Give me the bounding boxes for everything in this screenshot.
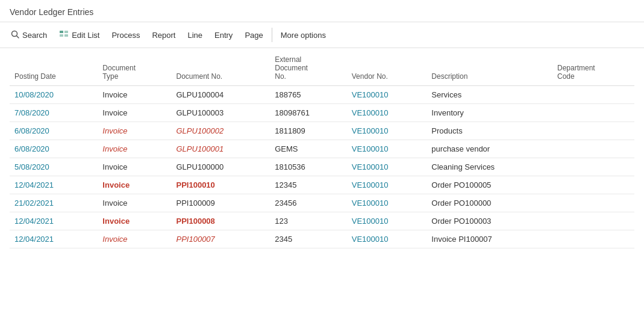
vendor-no-link[interactable]: VE100010 [352,180,389,189]
col-header-external-document-no: ExternalDocumentNo. [270,53,347,86]
search-button[interactable]: Search [5,22,53,48]
cell-department-code [552,230,634,248]
cell-vendor-no[interactable]: VE100010 [347,86,427,104]
cell-external-document-no: 2345 [270,230,347,248]
table-row[interactable]: 6/08/2020InvoiceGLPU100001GEMSVE100010pu… [10,140,634,158]
cell-external-document-no: GEMS [270,140,347,158]
col-header-department-code: DepartmentCode [552,53,634,86]
cell-vendor-no[interactable]: VE100010 [347,230,427,248]
vendor-no-link[interactable]: VE100010 [352,126,389,135]
cell-document-no: PPI100008 [171,212,270,230]
cell-vendor-no[interactable]: VE100010 [347,140,427,158]
cell-vendor-no[interactable]: VE100010 [347,212,427,230]
posting-date-link[interactable]: 12/04/2021 [14,217,54,226]
table-row[interactable]: 7/08/2020InvoiceGLPU10000318098761VE1000… [10,104,634,122]
more-options-label: More options [281,31,326,40]
table-row[interactable]: 21/02/2021InvoicePPI10000923456VE100010O… [10,194,634,212]
cell-vendor-no[interactable]: VE100010 [347,194,427,212]
cell-department-code [552,194,634,212]
edit-list-button[interactable]: Edit List [53,22,105,48]
process-button[interactable]: Process [105,22,146,48]
cell-posting-date[interactable]: 12/04/2021 [10,230,98,248]
vendor-no-link[interactable]: VE100010 [352,217,389,226]
cell-document-type: Invoice [98,212,171,230]
cell-vendor-no[interactable]: VE100010 [347,104,427,122]
col-header-document-type: DocumentType [98,53,171,86]
toolbar: Search Edit List Process Report Line Ent… [0,22,644,48]
more-options-button[interactable]: More options [275,22,332,48]
cell-posting-date[interactable]: 5/08/2020 [10,158,98,176]
cell-description: Cleaning Services [427,158,552,176]
page-button[interactable]: Page [239,22,269,48]
cell-document-type: Invoice [98,194,171,212]
cell-external-document-no: 188765 [270,86,347,104]
col-header-document-no: Document No. [171,53,270,86]
col-header-vendor-no: Vendor No. [347,53,427,86]
cell-document-type: Invoice [98,140,171,158]
posting-date-link[interactable]: 7/08/2020 [14,108,49,117]
vendor-no-link[interactable]: VE100010 [352,162,389,171]
cell-vendor-no[interactable]: VE100010 [347,158,427,176]
table-row[interactable]: 5/08/2020InvoiceGLPU1000001810536VE10001… [10,158,634,176]
cell-posting-date[interactable]: 6/08/2020 [10,122,98,140]
search-label: Search [22,31,47,40]
line-button[interactable]: Line [181,22,208,48]
table-row[interactable]: 12/04/2021InvoicePPI1000072345VE100010In… [10,230,634,248]
vendor-no-link[interactable]: VE100010 [352,144,389,153]
cell-document-no: GLPU100003 [171,104,270,122]
cell-posting-date[interactable]: 7/08/2020 [10,104,98,122]
cell-document-type: Invoice [98,122,171,140]
posting-date-link[interactable]: 10/08/2020 [14,90,54,99]
cell-department-code [552,176,634,194]
table-row[interactable]: 10/08/2020InvoiceGLPU100004188765VE10001… [10,86,634,104]
table-row[interactable]: 12/04/2021InvoicePPI10001012345VE100010O… [10,176,634,194]
page-title: Vendor Ledger Entries [0,0,644,22]
entry-button[interactable]: Entry [208,22,239,48]
cell-document-no: GLPU100000 [171,158,270,176]
table-header-row: Posting Date DocumentType Document No. E… [10,53,634,86]
cell-document-type: Invoice [98,176,171,194]
vendor-no-link[interactable]: VE100010 [352,235,389,244]
cell-vendor-no[interactable]: VE100010 [347,122,427,140]
cell-document-type: Invoice [98,104,171,122]
cell-document-no: PPI100007 [171,230,270,248]
cell-posting-date[interactable]: 6/08/2020 [10,140,98,158]
posting-date-link[interactable]: 12/04/2021 [14,235,54,244]
cell-document-no: GLPU100004 [171,86,270,104]
process-label: Process [111,31,140,40]
vendor-no-link[interactable]: VE100010 [352,108,389,117]
svg-rect-4 [60,34,63,37]
posting-date-link[interactable]: 5/08/2020 [14,162,49,171]
cell-posting-date[interactable]: 10/08/2020 [10,86,98,104]
edit-list-icon [59,30,69,40]
report-button[interactable]: Report [146,22,181,48]
search-icon [11,30,19,40]
table-row[interactable]: 12/04/2021InvoicePPI100008123VE100010Ord… [10,212,634,230]
table-row[interactable]: 6/08/2020InvoiceGLPU1000021811809VE10001… [10,122,634,140]
cell-posting-date[interactable]: 21/02/2021 [10,194,98,212]
cell-department-code [552,140,634,158]
posting-date-link[interactable]: 6/08/2020 [14,144,49,153]
table-container: Posting Date DocumentType Document No. E… [0,48,644,248]
svg-line-1 [17,35,19,38]
posting-date-link[interactable]: 6/08/2020 [14,126,49,135]
vendor-no-link[interactable]: VE100010 [352,198,389,208]
vendor-ledger-table: Posting Date DocumentType Document No. E… [10,53,634,248]
posting-date-link[interactable]: 12/04/2021 [14,180,54,189]
vendor-no-link[interactable]: VE100010 [352,90,389,99]
svg-rect-5 [64,34,68,37]
cell-description: Order PO100003 [427,212,552,230]
cell-posting-date[interactable]: 12/04/2021 [10,176,98,194]
col-header-description: Description [427,53,552,86]
cell-posting-date[interactable]: 12/04/2021 [10,212,98,230]
posting-date-link[interactable]: 21/02/2021 [14,198,54,208]
col-header-posting-date: Posting Date [10,53,98,86]
entry-label: Entry [214,31,233,40]
svg-rect-3 [64,31,68,33]
cell-description: Order PO100000 [427,194,552,212]
cell-document-type: Invoice [98,230,171,248]
edit-list-label: Edit List [72,31,99,40]
cell-department-code [552,122,634,140]
line-label: Line [187,31,202,40]
cell-vendor-no[interactable]: VE100010 [347,176,427,194]
